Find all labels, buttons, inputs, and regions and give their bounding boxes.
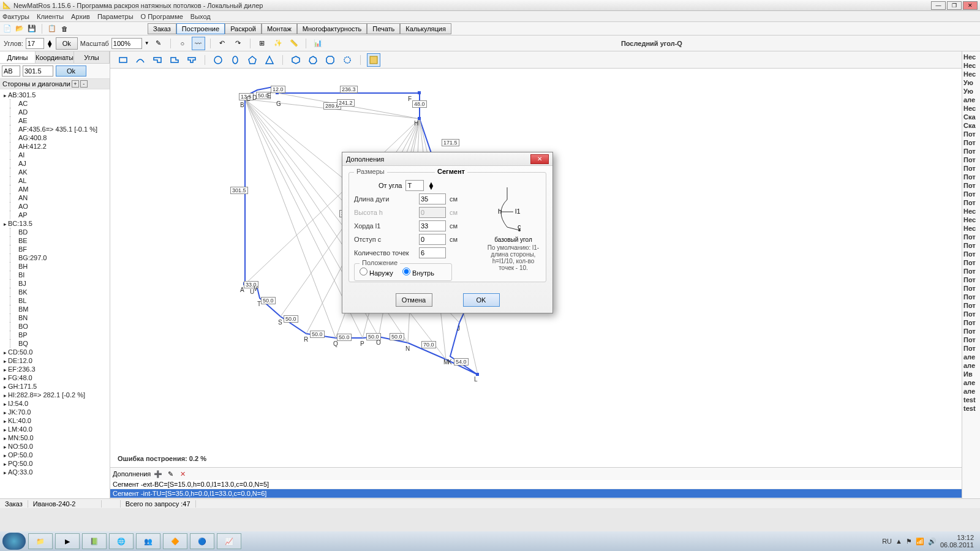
menu-Выход[interactable]: Выход — [190, 13, 211, 20]
dropdown-icon[interactable]: ▼ — [145, 40, 149, 46]
tab-Раскрой[interactable]: Раскрой — [225, 23, 262, 34]
right-list-item[interactable]: Нес — [962, 53, 980, 61]
circle-icon[interactable] — [211, 53, 225, 67]
right-list-item[interactable]: Пот — [962, 267, 980, 276]
right-list-item[interactable]: Пот — [962, 233, 980, 241]
tree-item[interactable]: DE:12.0 — [1, 356, 108, 365]
segments-tree[interactable]: AB:301.5ACADAEAF:435.6=> 435.1 [-0.1 %]A… — [0, 89, 110, 498]
tree-item[interactable]: FG:48.0 — [1, 373, 108, 382]
right-list-item[interactable]: Ую — [962, 87, 980, 96]
addition-row[interactable]: Сегмент -int-TU=[S=35.0,h=0.0,l1=33.0,c=… — [110, 489, 962, 498]
outside-radio[interactable]: Наружу — [360, 269, 393, 277]
tray-up-icon[interactable]: ▲ — [895, 538, 902, 545]
right-list-item[interactable]: Нес — [962, 104, 980, 113]
tree-item[interactable]: OP:50.0 — [1, 451, 108, 459]
right-list-item[interactable]: Пот — [962, 147, 980, 156]
remove-icon[interactable]: - — [80, 80, 88, 88]
copy-icon[interactable]: 📋 — [47, 24, 57, 34]
right-list-item[interactable]: test — [962, 404, 980, 413]
app1-icon[interactable]: 🔶 — [163, 533, 187, 549]
right-list-item[interactable]: Пот — [962, 293, 980, 301]
tab-Построение[interactable]: Построение — [176, 23, 225, 34]
custom-shape-icon[interactable] — [367, 53, 380, 67]
flag-icon[interactable]: ⚑ — [906, 538, 912, 545]
menu-Клиенты[interactable]: Клиенты — [37, 13, 64, 20]
arc-length-input[interactable] — [419, 193, 446, 204]
clock[interactable]: 13:12 06.08.2011 — [940, 534, 974, 549]
tree-item[interactable]: AQ:33.0 — [1, 468, 108, 476]
chart-icon[interactable]: 📊 — [311, 37, 325, 50]
right-list-item[interactable]: Ска — [962, 113, 980, 121]
right-list-item[interactable]: але — [962, 387, 980, 395]
new-icon[interactable]: 📄 — [2, 24, 12, 34]
grid-icon[interactable]: ⊞ — [255, 37, 269, 50]
start-button[interactable] — [2, 533, 26, 550]
points-input[interactable] — [419, 247, 446, 258]
right-list-item[interactable]: Пот — [962, 181, 980, 190]
right-list-item[interactable]: Пот — [962, 301, 980, 310]
save-icon[interactable]: 💾 — [27, 24, 37, 34]
menu-Архив[interactable]: Архив — [71, 13, 90, 20]
octagon-icon[interactable] — [323, 53, 337, 67]
right-list-item[interactable]: але — [962, 378, 980, 387]
right-list-item[interactable]: Пот — [962, 156, 980, 164]
tree-item[interactable]: IJ:54.0 — [1, 399, 108, 408]
tree-item[interactable]: BF — [1, 245, 108, 253]
right-list-item[interactable]: Ую — [962, 78, 980, 87]
right-list-item[interactable]: Пот — [962, 318, 980, 327]
right-list-item[interactable]: Пот — [962, 164, 980, 173]
right-list-item[interactable]: але — [962, 96, 980, 104]
tree-item[interactable]: EF:236.3 — [1, 365, 108, 373]
tree-item[interactable]: BC:13.5 — [1, 219, 108, 228]
undo-icon[interactable]: ↶ — [216, 37, 229, 50]
minimize-button[interactable]: — — [931, 1, 946, 10]
tree-item[interactable]: AH:412.2 — [1, 142, 108, 151]
segment-ok-button[interactable]: Ok — [56, 66, 86, 77]
right-list-item[interactable]: Пот — [962, 241, 980, 250]
redo-icon[interactable]: ↷ — [232, 37, 245, 50]
tree-item[interactable]: BH — [1, 262, 108, 271]
from-corner-input[interactable] — [405, 180, 424, 191]
right-list-item[interactable]: Нес — [962, 70, 980, 78]
menu-Фактуры[interactable]: Фактуры — [2, 13, 29, 20]
measure-icon[interactable]: 📏 — [287, 37, 301, 50]
left-tab-Координаты[interactable]: Координаты — [36, 51, 74, 63]
segment-name-input[interactable] — [2, 66, 20, 77]
corners-input[interactable] — [26, 38, 44, 49]
tree-item[interactable]: MN:50.0 — [1, 433, 108, 442]
tree-item[interactable]: BE — [1, 236, 108, 245]
tree-item[interactable]: BL — [1, 296, 108, 305]
right-list-item[interactable]: Пот — [962, 250, 980, 258]
ok-button[interactable]: OK — [463, 293, 500, 307]
add-addition-icon[interactable]: ➕ — [153, 469, 163, 479]
maximize-button[interactable]: ❐ — [947, 1, 962, 10]
ellipse-icon[interactable] — [228, 53, 242, 67]
language-indicator[interactable]: RU — [882, 538, 892, 545]
tree-item[interactable]: AD — [1, 108, 108, 116]
t-shape-icon[interactable] — [185, 53, 198, 67]
triangle-icon[interactable] — [263, 53, 276, 67]
right-list-item[interactable]: Пот — [962, 284, 980, 293]
right-list-item[interactable]: Нес — [962, 61, 980, 70]
right-list-item[interactable]: Пот — [962, 327, 980, 335]
media-player-icon[interactable]: ▶ — [55, 533, 80, 549]
right-list-item[interactable]: Пот — [962, 344, 980, 353]
right-list-item[interactable]: Нес — [962, 216, 980, 224]
left-tab-Углы[interactable]: Углы — [74, 51, 110, 63]
ie-icon[interactable]: 🌐 — [109, 533, 134, 549]
right-list-item[interactable]: але — [962, 361, 980, 370]
network-icon[interactable]: 👥 — [136, 533, 160, 549]
spin-down-icon[interactable]: ▼ — [428, 186, 434, 189]
tree-item[interactable]: AN — [1, 193, 108, 202]
tree-item[interactable]: BM — [1, 305, 108, 313]
right-list-item[interactable]: test — [962, 395, 980, 404]
tree-item[interactable]: BD — [1, 228, 108, 236]
excel-icon[interactable]: 📗 — [82, 533, 107, 549]
tree-item[interactable]: GH:171.5 — [1, 382, 108, 391]
addition-row[interactable]: Сегмент -ext-BC=[S=15.0,h=0.0,l1=13.0,c=… — [110, 480, 962, 489]
cancel-button[interactable]: Отмена — [396, 293, 432, 307]
tab-Заказ[interactable]: Заказ — [148, 23, 176, 34]
right-list-item[interactable]: Пот — [962, 173, 980, 181]
tree-item[interactable]: LM:40.0 — [1, 425, 108, 433]
network-tray-icon[interactable]: 📶 — [916, 538, 924, 545]
